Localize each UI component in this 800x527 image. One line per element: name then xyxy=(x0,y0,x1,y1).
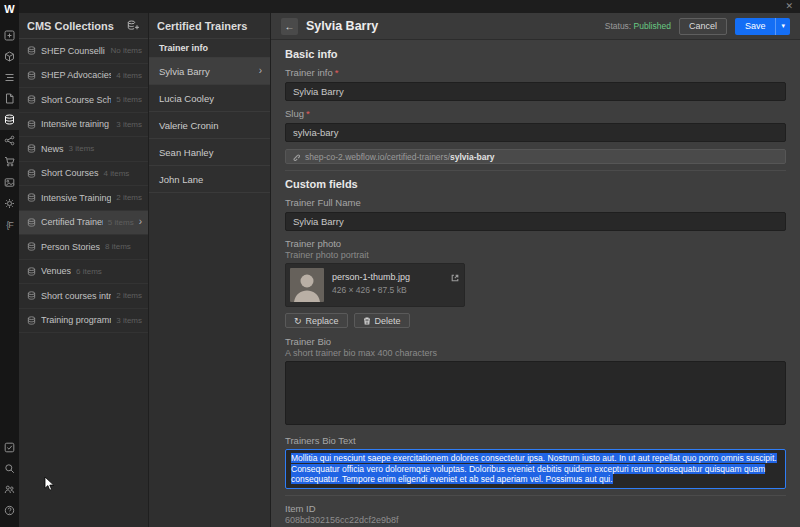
trainer-item[interactable]: Sean Hanley xyxy=(149,139,270,166)
community-icon[interactable] xyxy=(0,479,19,500)
help-icon[interactable] xyxy=(0,500,19,521)
collection-icon xyxy=(27,316,36,325)
ecommerce-icon[interactable] xyxy=(0,151,19,172)
collection-label: Short Courses xyxy=(41,168,99,178)
collection-count: 2 items xyxy=(116,291,142,300)
collection-item[interactable]: Training programme ...3 items xyxy=(19,309,148,334)
chevron-down-icon[interactable]: ▾ xyxy=(775,18,790,35)
collection-item[interactable]: Short Courses4 items xyxy=(19,162,148,187)
slug-label: Slug* xyxy=(285,108,786,119)
photo-card[interactable]: person-1-thumb.jpg 426 × 426 • 87.5 kB xyxy=(285,263,465,307)
collection-item[interactable]: Intensive Training Co...2 items xyxy=(19,186,148,211)
collection-icon xyxy=(27,46,36,55)
trainer-name: Valerie Cronin xyxy=(159,120,219,131)
collection-label: Person Stories xyxy=(41,242,100,252)
replace-photo-button[interactable]: ↻ Replace xyxy=(285,313,348,328)
collection-item[interactable]: SHEP CounsellingsNo items xyxy=(19,39,148,64)
collection-label: Short Course Sched... xyxy=(41,95,111,105)
extension-icon[interactable]: {F xyxy=(0,214,19,235)
navigator-icon[interactable] xyxy=(0,67,19,88)
editor-header: ← Sylvia Barry Status: Published Cancel … xyxy=(271,13,800,40)
pages-icon[interactable] xyxy=(0,88,19,109)
replace-icon: ↻ xyxy=(294,316,302,326)
collection-count: 3 items xyxy=(116,120,142,129)
trainer-info-label: Trainer info* xyxy=(285,67,786,78)
trainer-info-input[interactable] xyxy=(285,82,786,101)
custom-fields-heading: Custom fields xyxy=(285,178,786,191)
chevron-right-icon: › xyxy=(259,66,262,76)
webflow-cms-window: W {F xyxy=(0,0,800,527)
add-panel-icon[interactable] xyxy=(0,25,19,46)
settings-icon[interactable] xyxy=(0,193,19,214)
logic-icon[interactable] xyxy=(0,130,19,151)
trainer-bio-textarea[interactable] xyxy=(285,361,786,425)
collection-item[interactable]: Certified Trainers5 items› xyxy=(19,211,148,236)
trainer-photo-help: Trainer photo portrait xyxy=(285,250,786,260)
save-button[interactable]: Save ▾ xyxy=(735,18,790,35)
collection-icon xyxy=(27,218,36,227)
collection-item[interactable]: News3 items xyxy=(19,137,148,162)
item-url-link[interactable]: shep-co-2.webflow.io/certified-trainers/… xyxy=(285,149,786,164)
collection-label: Short courses introd... xyxy=(41,291,111,301)
search-icon[interactable] xyxy=(0,458,19,479)
status-value: Published xyxy=(634,21,671,31)
collection-count: 5 items xyxy=(116,95,142,104)
collection-item[interactable]: SHEP Advocacies4 items xyxy=(19,64,148,89)
selected-text: Mollitia qui nesciunt saepe exercitation… xyxy=(291,453,777,484)
collection-count: 3 items xyxy=(116,316,142,325)
link-icon xyxy=(292,153,300,161)
collection-item[interactable]: Short Course Sched...5 items xyxy=(19,88,148,113)
back-button[interactable]: ← xyxy=(281,18,298,35)
cms-icon[interactable] xyxy=(0,109,19,130)
collection-item[interactable]: Person Stories8 items xyxy=(19,235,148,260)
status-badge: Status: Published xyxy=(605,21,671,31)
page-title: Sylvia Barry xyxy=(306,19,378,33)
trainer-bio-label: Trainer Bio xyxy=(285,336,786,347)
collection-label: Intensive Training Co... xyxy=(41,193,111,203)
required-marker: * xyxy=(306,108,310,119)
collection-item[interactable]: Short courses introd...2 items xyxy=(19,284,148,309)
collection-item[interactable]: Intensive training sc...3 items xyxy=(19,113,148,138)
cancel-button[interactable]: Cancel xyxy=(679,18,727,35)
trainer-item[interactable]: Valerie Cronin xyxy=(149,112,270,139)
add-collection-icon[interactable] xyxy=(127,20,140,31)
collection-count: 3 items xyxy=(69,144,95,153)
collection-icon xyxy=(27,242,36,251)
collection-label: News xyxy=(41,144,64,154)
trainer-full-name-input[interactable] xyxy=(285,212,786,231)
trash-icon xyxy=(363,317,371,325)
webflow-logo[interactable]: W xyxy=(4,3,14,15)
required-marker: * xyxy=(335,67,339,78)
open-photo-icon[interactable] xyxy=(451,268,459,286)
trainers-panel-title: Certified Trainers xyxy=(157,20,247,32)
back-icon: ← xyxy=(285,21,295,32)
close-icon[interactable]: ✕ xyxy=(785,2,793,11)
collection-count: 4 items xyxy=(104,169,130,178)
photo-filename: person-1-thumb.jpg xyxy=(332,272,410,282)
trainers-bio-text-field[interactable]: Mollitia qui nesciunt saepe exercitation… xyxy=(285,449,786,489)
collection-icon xyxy=(27,267,36,276)
trainer-info-column-header[interactable]: Trainer info xyxy=(149,39,270,58)
collection-count: 6 items xyxy=(76,267,102,276)
basic-info-heading: Basic info xyxy=(285,48,786,61)
audit-icon[interactable] xyxy=(0,437,19,458)
collection-icon xyxy=(27,95,36,104)
trainer-name: John Lane xyxy=(159,174,203,185)
delete-photo-button[interactable]: Delete xyxy=(354,313,410,328)
trainers-panel: Certified Trainers Trainer info Sylvia B… xyxy=(149,13,271,527)
trainer-item[interactable]: Sylvia Barry› xyxy=(149,58,270,85)
trainer-photo-thumbnail[interactable] xyxy=(290,268,324,302)
trainer-item[interactable]: John Lane xyxy=(149,166,270,193)
trainer-item[interactable]: Lucia Cooley xyxy=(149,85,270,112)
slug-input[interactable] xyxy=(285,123,786,142)
section-divider xyxy=(285,495,786,496)
collection-item[interactable]: Venues6 items xyxy=(19,260,148,285)
trainers-bio-text-label: Trainers Bio Text xyxy=(285,435,786,446)
components-icon[interactable] xyxy=(0,46,19,67)
collection-label: Intensive training sc... xyxy=(41,119,111,129)
cms-collections-panel: CMS Collections SHEP CounsellingsNo item… xyxy=(19,13,149,527)
assets-icon[interactable] xyxy=(0,172,19,193)
section-divider xyxy=(285,170,786,171)
trainer-name: Sylvia Barry xyxy=(159,66,210,77)
collections-list: SHEP CounsellingsNo itemsSHEP Advocacies… xyxy=(19,39,148,333)
